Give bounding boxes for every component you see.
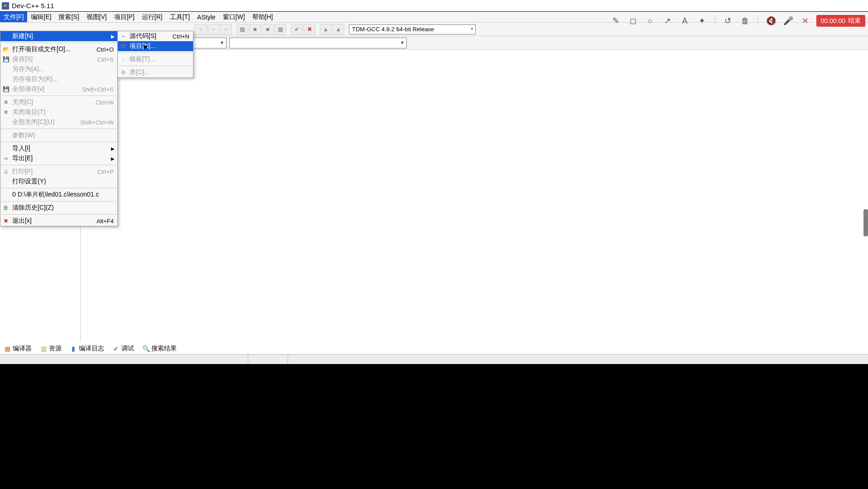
text-icon[interactable]: A	[679, 14, 691, 27]
app-icon: D	[2, 2, 9, 10]
letterbox-bottom	[0, 364, 868, 489]
menu-separator	[1, 165, 116, 165]
arrow-icon[interactable]: ↗	[661, 14, 674, 27]
new-class-label: 类[C]...	[130, 68, 189, 77]
tab-searchres-label: 搜索结果	[151, 345, 177, 353]
file-exit-label: 退出[x]	[12, 217, 94, 225]
tab-debug[interactable]: ✔ 调试	[111, 344, 136, 354]
menu-separator	[1, 214, 116, 215]
file-save: 💾 保存[S] Ctrl+S	[0, 54, 117, 64]
file-closeall-shortcut: Shift+Ctrl+W	[80, 119, 114, 126]
mute-speaker-icon[interactable]: 🔇	[765, 14, 777, 27]
trash-icon[interactable]: 🗑	[739, 14, 752, 27]
file-export-label: 导出[E]	[12, 154, 114, 163]
file-new[interactable]: 新建[N] ▶	[0, 31, 117, 41]
file-import[interactable]: 导入[I] ▶	[0, 144, 117, 153]
menu-file[interactable]: 文件[F]	[0, 12, 27, 22]
tb-misc2-icon[interactable]: ▲	[333, 24, 344, 35]
new-template: ▫ 模板[T]...	[118, 54, 193, 64]
file-exit[interactable]: ✖ 退出[x] Alt+F4	[0, 216, 117, 226]
new-source-label: 源代码[S]	[130, 32, 170, 40]
submenu-arrow-icon: ▶	[111, 34, 115, 39]
statusbar	[0, 354, 868, 364]
menu-view[interactable]: 视图[V]	[83, 12, 111, 22]
tb-grid2-icon[interactable]: ▦	[275, 24, 286, 35]
tab-resources[interactable]: ▥ 资源	[38, 344, 63, 354]
pencil-icon[interactable]: ✎	[610, 14, 622, 27]
blank-icon	[2, 119, 10, 126]
tab-compiler-label: 编译器	[13, 345, 32, 353]
new-source[interactable]: ▫ 源代码[S] Ctrl+N	[118, 31, 193, 41]
file-close-all: 全部关闭[C](U) Shift+Ctrl+W	[0, 117, 117, 127]
combo-2[interactable]	[229, 38, 407, 48]
menu-separator	[119, 66, 192, 66]
file-printsetup-label: 打印设置(Y)	[12, 177, 114, 186]
titlebar: D Dev-C++ 5.11	[0, 0, 868, 12]
tb-btn-3[interactable]: ▫	[220, 24, 232, 35]
open-folder-icon: 📂	[2, 46, 10, 53]
new-project[interactable]: 🛡 项目[N]...	[118, 41, 193, 51]
scrollbar-thumb[interactable]	[863, 209, 868, 236]
file-save-all: 💾 全部保存[v] Shift+Ctrl+S	[0, 84, 117, 94]
source-file-icon: ▫	[120, 33, 127, 40]
sparkle-icon[interactable]: ✦	[696, 14, 709, 27]
close-icon[interactable]: ✕	[799, 14, 812, 27]
menu-edit[interactable]: 编辑[E]	[27, 12, 55, 22]
file-close-label: 关闭[C]	[12, 98, 93, 106]
file-saveas: 另存为[A]...	[0, 64, 117, 74]
menu-separator	[1, 201, 116, 201]
circle-icon[interactable]: ○	[644, 14, 657, 27]
new-submenu: ▫ 源代码[S] Ctrl+N 🛡 项目[N]... ▫ 模板[T]... ⚙ …	[117, 31, 193, 78]
timer-value: 00:00:00	[821, 17, 846, 24]
file-print-setup[interactable]: 打印设置(Y)	[0, 177, 117, 187]
file-clearhist-label: 清除历史[C](Z)	[12, 204, 114, 212]
blank-icon	[2, 191, 10, 198]
mute-mic-icon[interactable]: 🎤	[782, 14, 795, 27]
file-open-label: 打开项目或文件[O]...	[12, 45, 94, 53]
record-timer[interactable]: 00:00:00 结束	[816, 15, 866, 27]
blank-icon	[2, 178, 10, 185]
menu-window[interactable]: 窗口[W]	[219, 12, 249, 22]
bottom-tabs: ▦ 编译器 ▥ 资源 ▮ 编译日志 ✔ 调试 🔍 搜索结果	[2, 343, 178, 354]
square-icon[interactable]: ◻	[627, 14, 640, 27]
export-icon: ⇨	[2, 155, 10, 162]
menu-run[interactable]: 运行[R]	[138, 12, 166, 22]
blank-icon	[2, 33, 10, 40]
tb-misc1-icon[interactable]: ▲	[320, 24, 332, 35]
status-cell-3	[288, 355, 868, 364]
tb-btn-2[interactable]: ▫	[207, 24, 219, 35]
file-save-project-as: 另存项目为(R)...	[0, 74, 117, 84]
tb-cross-icon[interactable]: ✖	[304, 24, 315, 35]
tab-search-results[interactable]: 🔍 搜索结果	[140, 344, 178, 354]
tb-btn-1[interactable]: ▫	[195, 24, 207, 35]
tab-compile-log[interactable]: ▮ 编译日志	[68, 344, 106, 354]
menu-tools[interactable]: 工具[T]	[166, 12, 193, 22]
tb-block-icon[interactable]: ■	[249, 24, 261, 35]
print-icon: 🖨	[2, 168, 10, 175]
tab-debug-label: 调试	[121, 345, 134, 353]
menu-separator	[119, 53, 192, 53]
tb-check-icon[interactable]: ✔	[291, 24, 303, 35]
compiler-combo[interactable]: TDM-GCC 4.9.2 64-bit Release	[349, 24, 476, 34]
menu-search[interactable]: 搜索[S]	[55, 12, 82, 22]
status-cell-2	[248, 355, 288, 364]
separator	[758, 15, 758, 26]
save-icon: 💾	[2, 56, 10, 63]
undo-icon[interactable]: ↺	[722, 14, 734, 27]
file-clear-history[interactable]: 🗑 清除历史[C](Z)	[0, 203, 117, 213]
class-icon: ⚙	[120, 69, 127, 76]
file-recent-0[interactable]: 0 D:\单片机\led01.c\lesson01.c	[0, 190, 117, 200]
file-open[interactable]: 📂 打开项目或文件[O]... Ctrl+O	[0, 44, 117, 54]
menu-separator	[1, 142, 116, 142]
log-tab-icon: ▮	[70, 345, 77, 352]
menu-help[interactable]: 帮助[H]	[249, 12, 277, 22]
tb-block2-icon[interactable]: ■	[262, 24, 274, 35]
menu-separator	[1, 96, 116, 96]
menu-project[interactable]: 项目[P]	[111, 12, 138, 22]
file-print: 🖨 打印[P] Ctrl+P	[0, 167, 117, 177]
file-open-shortcut: Ctrl+O	[96, 46, 114, 53]
file-export[interactable]: ⇨ 导出[E] ▶	[0, 153, 117, 163]
tb-grid-icon[interactable]: ▦	[236, 24, 248, 35]
menu-astyle[interactable]: AStyle	[193, 12, 219, 22]
tab-compiler[interactable]: ▦ 编译器	[2, 344, 34, 354]
